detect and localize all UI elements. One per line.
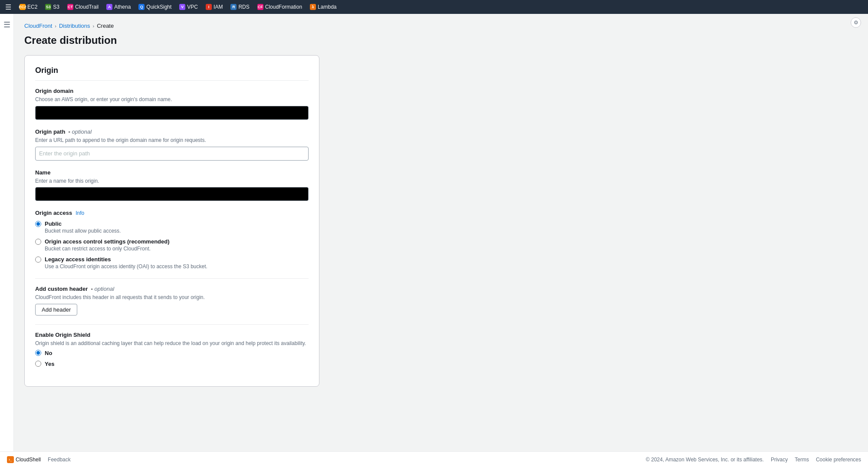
breadcrumb-separator-1: › — [55, 23, 56, 29]
settings-icon[interactable]: ⚙ — [851, 17, 861, 28]
rds-icon: R — [230, 4, 237, 10]
origin-path-label: Origin path - optional — [35, 128, 309, 135]
origin-domain-label: Origin domain — [35, 88, 309, 94]
divider-2 — [35, 324, 309, 325]
breadcrumb-distributions[interactable]: Distributions — [59, 23, 90, 29]
radio-oac-label[interactable]: Origin access control settings (recommen… — [35, 238, 309, 245]
radio-oai-description: Use a CloudFront origin access identity … — [45, 263, 309, 270]
nav-service-s3[interactable]: S3 S3 — [42, 3, 62, 11]
nav-service-iam[interactable]: I IAM — [203, 3, 226, 11]
radio-option-no: No — [35, 350, 309, 356]
athena-icon: A — [106, 4, 112, 10]
origin-path-field: Origin path - optional Enter a URL path … — [35, 128, 309, 161]
breadcrumb: CloudFront › Distributions › Create — [24, 23, 858, 29]
cloudshell-button[interactable]: ›_ CloudShell — [7, 456, 41, 463]
radio-public-text: Public — [45, 220, 62, 227]
radio-public-description: Bucket must allow public access. — [45, 228, 309, 234]
feedback-link[interactable]: Feedback — [48, 457, 71, 463]
radio-public-input[interactable] — [35, 221, 41, 227]
origin-domain-field: Origin domain Choose an AWS origin, or e… — [35, 88, 309, 120]
menu-hamburger-icon[interactable]: ☰ — [3, 1, 13, 13]
radio-yes-label[interactable]: Yes — [35, 361, 309, 367]
radio-shield-yes-text: Yes — [45, 361, 54, 367]
radio-shield-no-text: No — [45, 350, 52, 356]
breadcrumb-separator-2: › — [93, 23, 95, 29]
radio-option-oai: Legacy access identities Use a CloudFron… — [35, 256, 309, 270]
footer-right: © 2024, Amazon Web Services, Inc. or its… — [646, 457, 861, 463]
quicksight-icon: Q — [138, 4, 145, 10]
origin-access-label: Origin access — [35, 210, 72, 216]
radio-oac-description: Bucket can restrict access to only Cloud… — [45, 246, 309, 252]
cloudshell-icon: ›_ — [7, 456, 14, 463]
nav-service-cloudformation[interactable]: CF CloudFormation — [254, 3, 305, 11]
terms-link[interactable]: Terms — [795, 457, 809, 463]
radio-shield-no-input[interactable] — [35, 350, 41, 356]
lambda-icon: λ — [310, 4, 316, 10]
origin-path-description: Enter a URL path to append to the origin… — [35, 137, 309, 144]
name-input[interactable] — [35, 187, 309, 201]
radio-public-label[interactable]: Public — [35, 220, 309, 227]
radio-option-oac: Origin access control settings (recommen… — [35, 238, 309, 252]
radio-oai-label[interactable]: Legacy access identities — [35, 256, 309, 263]
origin-access-info-link[interactable]: Info — [76, 210, 84, 216]
divider-1 — [35, 278, 309, 279]
nav-service-ec2[interactable]: EC2 EC2 — [16, 3, 40, 11]
custom-header-field: Add custom header - optional CloudFront … — [35, 286, 309, 316]
radio-option-yes: Yes — [35, 361, 309, 367]
sidebar-toggle[interactable]: ☰ — [0, 14, 14, 451]
nav-service-lambda[interactable]: λ Lambda — [307, 3, 339, 11]
origin-section-title: Origin — [35, 66, 309, 81]
radio-no-label[interactable]: No — [35, 350, 309, 356]
origin-shield-field: Enable Origin Shield Origin shield is an… — [35, 332, 309, 367]
nav-service-vpc[interactable]: V VPC — [176, 3, 201, 11]
name-description: Enter a name for this origin. — [35, 178, 309, 185]
privacy-link[interactable]: Privacy — [771, 457, 788, 463]
ec2-icon: EC2 — [20, 4, 26, 10]
cookie-link[interactable]: Cookie preferences — [816, 457, 861, 463]
sidebar-toggle-icon[interactable]: ☰ — [3, 20, 10, 30]
page-title: Create distribution — [24, 34, 858, 46]
origin-path-input[interactable] — [35, 147, 309, 161]
origin-access-header: Origin access Info — [35, 210, 309, 216]
footer: ›_ CloudShell Feedback © 2024, Amazon We… — [0, 451, 868, 467]
radio-oai-input[interactable] — [35, 257, 41, 263]
radio-oac-input[interactable] — [35, 239, 41, 245]
breadcrumb-current: Create — [97, 23, 114, 29]
breadcrumb-cloudfront[interactable]: CloudFront — [24, 23, 52, 29]
add-header-button[interactable]: Add header — [35, 304, 77, 316]
radio-shield-yes-input[interactable] — [35, 361, 41, 367]
radio-option-public: Public Bucket must allow public access. — [35, 220, 309, 234]
name-label: Name — [35, 169, 309, 176]
origin-access-field: Origin access Info Public Bucket must al… — [35, 210, 309, 270]
custom-header-label: Add custom header - optional — [35, 286, 309, 292]
nav-service-quicksight[interactable]: Q QuickSight — [135, 3, 174, 11]
footer-left: ›_ CloudShell Feedback — [7, 456, 71, 463]
radio-oac-text: Origin access control settings (recommen… — [45, 238, 170, 245]
nav-service-athena[interactable]: A Athena — [103, 3, 134, 11]
s3-icon: S3 — [45, 4, 51, 10]
custom-header-description: CloudFront includes this header in all r… — [35, 294, 309, 301]
origin-shield-description: Origin shield is an additional caching l… — [35, 340, 309, 347]
copyright-text: © 2024, Amazon Web Services, Inc. or its… — [646, 457, 764, 463]
radio-oai-text: Legacy access identities — [45, 256, 111, 263]
iam-icon: I — [206, 4, 212, 10]
top-navigation: ☰ EC2 EC2 S3 S3 CT CloudTrail A Athena Q… — [0, 0, 868, 14]
origin-shield-label: Enable Origin Shield — [35, 332, 309, 338]
cloudtrail-icon: CT — [67, 4, 73, 10]
origin-card: Origin Origin domain Choose an AWS origi… — [24, 55, 319, 387]
nav-service-cloudtrail[interactable]: CT CloudTrail — [64, 3, 102, 11]
content-area: CloudFront › Distributions › Create Crea… — [14, 14, 868, 451]
nav-service-rds[interactable]: R RDS — [227, 3, 252, 11]
vpc-icon: V — [179, 4, 185, 10]
cloudformation-icon: CF — [257, 4, 263, 10]
origin-domain-input[interactable] — [35, 106, 309, 120]
origin-domain-description: Choose an AWS origin, or enter your orig… — [35, 96, 309, 103]
name-field: Name Enter a name for this origin. — [35, 169, 309, 201]
